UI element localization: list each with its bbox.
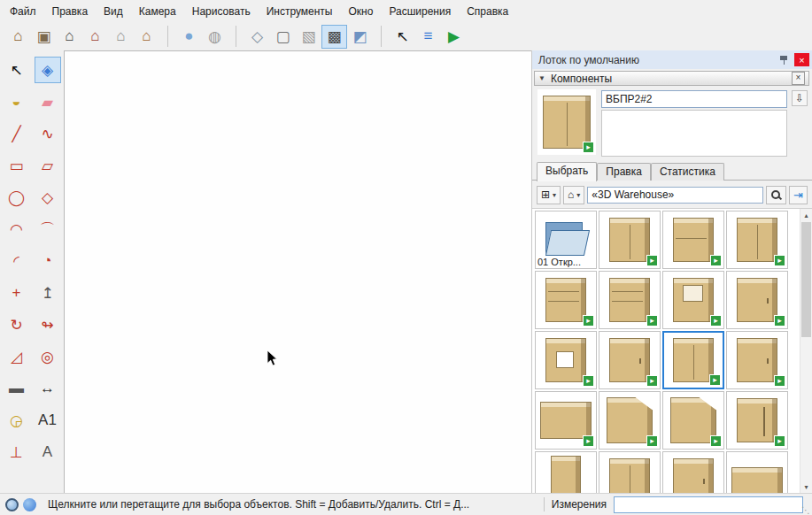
wireframe-sphere-icon[interactable]: ◍ xyxy=(202,25,228,49)
advanced-search-button[interactable]: ⇥ xyxy=(789,186,808,204)
push-pull-tool[interactable]: ↥ xyxy=(35,280,61,306)
menu-help[interactable]: Справка xyxy=(459,2,516,21)
canvas[interactable] xyxy=(64,50,531,493)
component-item[interactable]: ▸ xyxy=(599,211,661,269)
dimension-tool[interactable]: ↔ xyxy=(35,375,61,402)
component-name-input[interactable] xyxy=(601,90,787,108)
rotated-rectangle-tool[interactable]: ▱ xyxy=(35,152,61,179)
scrollbar-thumb[interactable] xyxy=(801,222,811,337)
menu-draw[interactable]: Нарисовать xyxy=(184,2,259,21)
component-item[interactable] xyxy=(726,451,788,493)
tray-header[interactable]: Лоток по умолчанию × xyxy=(532,50,812,69)
protractor-tool[interactable]: ◶ xyxy=(4,407,30,434)
scale-tool[interactable]: ◿ xyxy=(4,343,30,370)
menu-view[interactable]: Вид xyxy=(96,2,131,21)
hidden-line-box-icon[interactable]: ▧ xyxy=(296,25,321,49)
info-icon[interactable] xyxy=(23,498,36,511)
component-item[interactable]: ▸ xyxy=(535,391,597,450)
entity-info-icon[interactable]: ≡ xyxy=(415,25,441,49)
text-tool[interactable]: A1 xyxy=(35,407,61,434)
follow-me-tool[interactable]: ↬ xyxy=(35,311,61,338)
components-section-header[interactable]: ▼ Компоненты × xyxy=(534,71,809,86)
component-item[interactable]: ▸ xyxy=(599,331,661,389)
roof-tool-icon[interactable]: ⌂ xyxy=(5,25,31,49)
secondary-pane-button[interactable]: ⇩ xyxy=(792,90,808,106)
globe-icon[interactable] xyxy=(5,498,19,511)
menu-tools[interactable]: Инструменты xyxy=(259,2,341,21)
three-point-arc-tool[interactable]: ◜ xyxy=(4,248,30,274)
wall-cabinet-icon[interactable]: ⌂ xyxy=(108,25,134,49)
tab-select[interactable]: Выбрать xyxy=(537,162,597,181)
component-item[interactable] xyxy=(599,451,661,493)
component-item[interactable]: ▸ xyxy=(662,391,724,450)
xray-box-icon[interactable]: ◇ xyxy=(244,25,270,49)
scroll-up-icon[interactable]: ▴ xyxy=(800,209,812,221)
cabinet-thumbnail xyxy=(545,338,586,382)
vertical-scrollbar[interactable]: ▴ ▾ xyxy=(800,209,812,493)
tape-measure-tool[interactable]: ▬ xyxy=(4,375,30,402)
axes-tool[interactable]: ⊥ xyxy=(4,439,30,465)
shaded-textures-box-icon[interactable]: ▩ xyxy=(321,25,347,49)
component-folder[interactable]: 01 Откр... xyxy=(535,211,597,269)
search-button[interactable] xyxy=(766,186,786,204)
rectangle-tool[interactable]: ▭ xyxy=(4,152,30,179)
tab-edit[interactable]: Правка xyxy=(597,163,651,181)
component-item[interactable]: ▸ xyxy=(726,331,788,389)
run-extension-icon[interactable]: ▶ xyxy=(441,25,467,49)
tray-close-button[interactable]: × xyxy=(794,53,809,66)
component-description-box[interactable] xyxy=(601,110,787,157)
polygon-tool[interactable]: ◇ xyxy=(35,184,61,211)
two-point-arc-tool[interactable]: ⌒ xyxy=(35,216,61,242)
menu-file[interactable]: Файл xyxy=(2,2,44,21)
3d-text-tool[interactable]: A xyxy=(35,439,61,465)
sink-cabinet-icon[interactable]: ⌂ xyxy=(82,25,108,49)
move-tool[interactable]: + xyxy=(4,280,30,306)
base-cabinet-icon[interactable]: ⌂ xyxy=(57,25,82,49)
menu-window[interactable]: Окно xyxy=(340,2,381,21)
component-item[interactable]: ▸ xyxy=(599,391,661,450)
component-item[interactable]: ▸ xyxy=(726,211,788,269)
tab-statistics[interactable]: Статистика xyxy=(651,163,724,181)
scroll-down-icon[interactable]: ▾ xyxy=(800,480,812,493)
menu-extensions[interactable]: Расширения xyxy=(381,2,459,21)
component-item[interactable]: ▸ xyxy=(726,391,788,450)
component-item[interactable]: ▸ xyxy=(535,331,597,389)
circle-tool[interactable]: ◯ xyxy=(4,184,30,211)
chevron-down-icon[interactable]: ▼ xyxy=(538,74,545,82)
offset-tool[interactable]: ◎ xyxy=(35,343,61,370)
pie-tool[interactable]: ◔ xyxy=(35,248,61,274)
component-item[interactable]: ▸ xyxy=(726,271,788,329)
wireframe-box-icon[interactable]: ▢ xyxy=(270,25,296,49)
component-item[interactable] xyxy=(535,451,597,493)
menu-edit[interactable]: Правка xyxy=(44,2,97,21)
dynamic-component-badge-icon: ▸ xyxy=(710,315,722,327)
component-item[interactable]: ▸ xyxy=(662,451,724,493)
menu-bar: ФайлПравкаВидКамераНарисоватьИнструменты… xyxy=(0,0,812,22)
monochrome-box-icon[interactable]: ◩ xyxy=(347,25,373,49)
component-item[interactable]: ▸ xyxy=(535,271,597,329)
select-tool[interactable]: ↖ xyxy=(4,57,30,83)
paint-bucket-tool[interactable]: ◒ xyxy=(4,88,30,115)
rotate-tool[interactable]: ↻ xyxy=(4,311,30,338)
eraser-tool[interactable]: ▰ xyxy=(35,88,61,115)
make-component-tool[interactable]: ◈ xyxy=(35,57,61,83)
component-item[interactable]: ▸ xyxy=(662,211,724,269)
in-model-button[interactable]: ⌂ ▾ xyxy=(563,186,584,204)
warehouse-search-input[interactable] xyxy=(587,187,763,204)
measurements-input[interactable] xyxy=(614,496,803,513)
component-item[interactable]: ▸ xyxy=(599,271,661,329)
freehand-tool[interactable]: ∿ xyxy=(35,120,61,147)
line-tool[interactable]: ╱ xyxy=(4,120,30,147)
roof-frame-icon[interactable]: ⌂ xyxy=(134,25,159,49)
component-item[interactable]: ▸ xyxy=(662,271,724,329)
arc-tool[interactable]: ◠ xyxy=(4,216,30,242)
select-cursor-icon[interactable]: ↖ xyxy=(390,25,415,49)
cabinet-thumbnail xyxy=(673,338,714,382)
component-item[interactable]: ▸ xyxy=(662,331,724,389)
section-close-button[interactable]: × xyxy=(792,72,805,85)
pin-icon[interactable] xyxy=(779,54,789,65)
menu-camera[interactable]: Камера xyxy=(131,2,184,21)
shaded-sphere-icon[interactable]: ● xyxy=(176,25,202,49)
cabinet-stack-icon[interactable]: ▣ xyxy=(31,25,57,49)
view-options-button[interactable]: ⊞ ▾ xyxy=(537,186,561,204)
